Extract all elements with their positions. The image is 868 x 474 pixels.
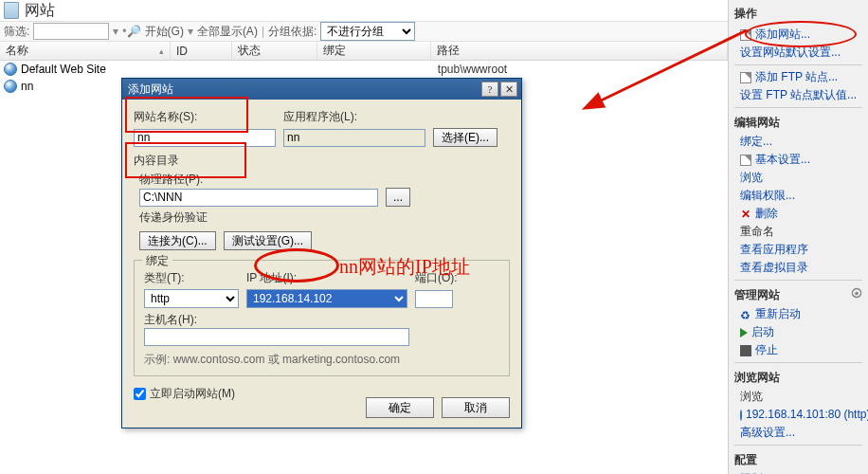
globe-icon [4,63,17,76]
col-id[interactable]: ID [171,42,232,60]
dialog-title: 添加网站 [128,82,479,98]
browse-site-section: 浏览网站 [734,366,862,388]
edit-site-section: 编辑网站 [734,111,862,133]
doc-icon [740,155,751,166]
play-icon [740,328,748,337]
browse-url-action[interactable]: 192.168.14.101:80 (http) [734,406,862,424]
restart-icon: ♻ [740,309,751,320]
start-immediately-checkbox[interactable] [134,388,146,400]
browse-path-button[interactable]: ... [386,188,410,207]
filter-input[interactable] [33,23,109,40]
binding-legend: 绑定 [142,253,172,269]
site-name-label: 网站名称(S): [134,110,197,123]
start-action[interactable]: 启动 [734,323,862,341]
port-input[interactable] [415,290,453,308]
browse-action[interactable]: 浏览 [734,169,862,187]
select-apppool-button[interactable]: 选择(E)... [433,128,497,147]
groupby-label: 分组依据: [268,24,316,40]
col-name[interactable]: 名称▴ [0,42,171,60]
apppool-label: 应用程序池(L): [283,110,357,123]
stop-icon [740,345,751,356]
actions-title: 操作 [734,4,862,26]
start-button[interactable]: 开始(G) [145,24,184,40]
server-icon [4,2,19,19]
view-apps-action[interactable]: 查看应用程序 [734,241,862,259]
browse-label: 浏览 [734,388,862,406]
set-ftp-defaults-action[interactable]: 设置 FTP 站点默认值... [734,86,862,104]
col-bind[interactable]: 绑定 [317,42,431,60]
rename-action[interactable]: 重命名 [734,223,862,241]
col-path[interactable]: 路径 [431,42,728,60]
limits-action[interactable]: 限制... [734,470,862,474]
ip-select[interactable]: 192.168.14.102 [246,289,407,308]
physical-path-input[interactable] [139,189,378,207]
start-immediately-label: 立即启动网站(M) [150,386,235,402]
stop-action[interactable]: 停止 [734,341,862,359]
view-vdirs-action[interactable]: 查看虚拟目录 [734,259,862,277]
hostname-input[interactable] [144,328,409,346]
physical-path-label: 物理路径(P): [139,172,510,188]
set-defaults-action[interactable]: 设置网站默认设置... [734,44,862,62]
actions-panel: 操作 添加网站... 设置网站默认设置... 添加 FTP 站点... 设置 F… [728,0,868,474]
cancel-button[interactable]: 取消 [442,397,510,418]
edit-perm-action[interactable]: 编辑权限... [734,187,862,205]
col-status[interactable]: 状态 [232,42,317,60]
apppool-input [283,129,425,147]
doc-icon [740,29,751,41]
globe-icon [740,410,742,421]
binding-action[interactable]: 绑定... [734,133,862,151]
ok-button[interactable]: 确定 [366,397,434,418]
filter-label: 筛选: [4,24,29,40]
list-header: 名称▴ ID 状态 绑定 路径 [0,42,728,61]
page-title: 网站 [25,1,55,21]
doc-icon [740,72,751,83]
x-icon: ✕ [740,209,751,220]
add-ftp-action[interactable]: 添加 FTP 站点... [734,68,862,86]
dialog-close-button[interactable]: ✕ [500,82,517,97]
site-name-input[interactable] [134,129,276,147]
groupby-select[interactable]: 不进行分组 [320,22,415,41]
port-label: 端口(O): [415,271,458,284]
delete-action[interactable]: ✕删除 [734,205,862,223]
dialog-help-button[interactable]: ? [481,82,498,97]
restart-action[interactable]: ♻重新启动 [734,305,862,323]
type-select[interactable]: http [144,289,239,308]
connect-as-button[interactable]: 连接为(C)... [139,231,216,250]
basic-action[interactable]: 基本设置... [734,151,862,169]
add-site-action[interactable]: 添加网站... [734,26,862,44]
add-site-dialog: 添加网站 ? ✕ 网站名称(S): 应用程序池(L): 选择(E)... 内容目… [121,78,522,428]
type-label: 类型(T): [144,271,185,284]
adv-action[interactable]: 高级设置... [734,424,862,442]
showall-button[interactable]: 全部显示(A) [197,24,258,40]
passthrough-label: 传递身份验证 [139,210,510,226]
config-section: 配置 [734,448,862,470]
test-settings-button[interactable]: 测试设置(G)... [224,231,312,250]
ip-label: IP 地址(I): [246,271,297,284]
list-item[interactable]: Default Web Site tpub\wwwroot [0,61,728,78]
content-dir-label: 内容目录 [134,153,510,169]
manage-site-section: 管理网站⦿ [734,283,862,305]
example-label: 示例: www.contoso.com 或 marketing.contoso.… [144,352,499,368]
hostname-label: 主机名(H): [144,312,499,328]
globe-icon [4,80,17,93]
